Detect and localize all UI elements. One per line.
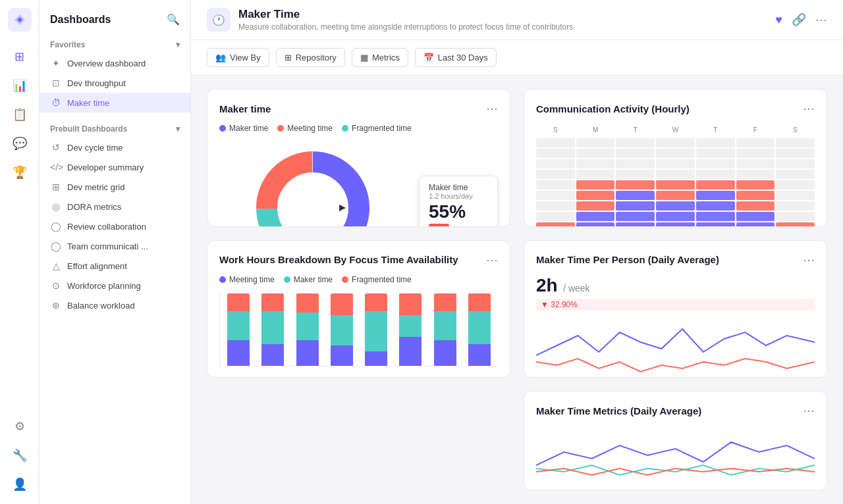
bar-stack: [434, 293, 456, 366]
bar-chart-legend: Meeting time Maker time Fragmented time: [219, 275, 498, 284]
more-options-button[interactable]: ⋯: [815, 13, 827, 27]
page-title: Maker Time: [238, 8, 573, 21]
heatmap-cell: [776, 191, 815, 200]
heatmap-cell: [736, 201, 775, 211]
effort-icon: △: [50, 261, 62, 271]
nav-reports-icon[interactable]: 📋: [8, 103, 32, 126]
view-by-icon: 👥: [215, 53, 226, 63]
bar-group: [292, 293, 323, 366]
sidebar-item-label: Overview dashboard: [67, 59, 146, 68]
sidebar-item-dev-throughput[interactable]: ⊡ Dev throughput: [40, 73, 190, 93]
nav-settings2-icon[interactable]: 🔧: [8, 443, 32, 467]
heatmap-cell: [536, 138, 575, 147]
dora-icon: ◎: [50, 201, 62, 212]
heatmap-cell: [616, 191, 655, 200]
heatmap-cell: [576, 159, 615, 168]
link-button[interactable]: 🔗: [792, 13, 806, 27]
heatmap-col-6: [776, 138, 815, 227]
sidebar-item-maker-time[interactable]: ⏱ Maker time: [40, 93, 190, 113]
maker-time-metrics-card: Maker Time Metrics (Daily Average) ⋯: [524, 391, 827, 491]
work-hours-title: Work Hours Breakdown By Focus Time Avail…: [219, 254, 458, 265]
work-hours-menu-button[interactable]: ⋯: [486, 253, 498, 267]
sidebar-item-dora[interactable]: ◎ DORA metrics: [40, 197, 190, 216]
overview-icon: ✦: [50, 58, 62, 68]
sidebar-item-effort[interactable]: △ Effort alignment: [40, 256, 190, 276]
nav-analytics-icon[interactable]: 📊: [8, 74, 32, 97]
date-range-label: Last 30 Days: [438, 53, 488, 63]
tooltip-pct: 55%: [429, 203, 488, 221]
bar-stack: [261, 293, 284, 366]
communication-activity-card: Communication Activity (Hourly) ⋯ S M T …: [524, 89, 827, 227]
heatmap-cell: [776, 180, 815, 189]
bar-group: [257, 293, 288, 366]
heatmap-cell: [616, 201, 655, 211]
bar-segment: [261, 344, 284, 366]
sidebar-item-balance[interactable]: ⊛ Balance workload: [40, 295, 190, 315]
heatmap-cell: [576, 212, 615, 221]
repository-filter[interactable]: ⊞ Repository: [276, 48, 345, 67]
bar-segment: [365, 293, 387, 312]
heatmap-col-3: [656, 138, 695, 227]
metrics-chart-area: [536, 426, 815, 478]
sidebar-item-developer-summary[interactable]: </> Developer summary: [40, 157, 190, 177]
sidebar-item-workforce[interactable]: ⊙ Workforce planning: [40, 276, 190, 295]
heatmap-cell: [776, 222, 815, 227]
nav-dashboards-icon[interactable]: ⊞: [8, 45, 32, 68]
bar-segment: [434, 340, 456, 366]
nav-messages-icon[interactable]: 💬: [8, 132, 32, 155]
heatmap-cell: [696, 180, 735, 189]
sidebar-item-review[interactable]: ◯ Review collaboration: [40, 216, 190, 236]
dev-metric-icon: ⊞: [50, 182, 62, 192]
nav-user-icon[interactable]: 👤: [8, 472, 32, 496]
metrics-filter[interactable]: ▦ Metrics: [352, 48, 408, 67]
sidebar-item-label: Balance workload: [67, 301, 135, 311]
header-left: 🕐 Maker Time Measure collaboration, meet…: [207, 8, 573, 32]
date-range-filter[interactable]: 📅 Last 30 Days: [415, 48, 497, 67]
search-icon[interactable]: 🔍: [167, 13, 180, 26]
prebuilt-section[interactable]: Prebuilt Dashboards ▾: [40, 120, 190, 138]
view-by-filter[interactable]: 👥 View By: [207, 48, 269, 67]
sidebar-item-dev-cycle[interactable]: ↺ Dev cycle time: [40, 138, 190, 157]
metrics-menu-button[interactable]: ⋯: [803, 403, 815, 418]
day-label-s1: S: [536, 126, 575, 136]
sidebar-item-team-comm[interactable]: ◯ Team communicati ...: [40, 236, 190, 256]
legend-meeting: Meeting time: [219, 275, 275, 284]
prebuilt-chevron-icon: ▾: [176, 124, 180, 134]
svg-marker-5: [339, 205, 346, 211]
sidebar-item-dev-metric[interactable]: ⊞ Dev metric grid: [40, 177, 190, 197]
legend-label-maker2: Maker time: [294, 275, 333, 284]
heatmap-col-0: [536, 138, 575, 227]
prebuilt-label: Prebuilt Dashboards: [50, 124, 127, 134]
heatmap-cell: [656, 180, 695, 189]
nav-settings-icon[interactable]: ⚙: [8, 415, 32, 438]
legend-dot-maker: [219, 125, 226, 132]
heatmap-cell: [736, 212, 775, 221]
bar-segment: [227, 293, 250, 312]
legend-maker: Maker time: [284, 275, 333, 284]
heatmap-cell: [696, 138, 735, 147]
legend-label-meeting2: Meeting time: [229, 275, 275, 284]
favorite-button[interactable]: ♥: [775, 13, 782, 27]
heatmap-cell: [656, 191, 695, 200]
bar-segment: [399, 315, 422, 337]
app-logo[interactable]: [8, 8, 32, 32]
legend-dot-meeting2: [219, 276, 226, 283]
metrics-label: Metrics: [372, 53, 400, 63]
maker-time-menu-button[interactable]: ⋯: [486, 101, 498, 116]
sidebar-item-overview[interactable]: ✦ Overview dashboard: [40, 53, 190, 73]
nav-tasks-icon[interactable]: 🏆: [8, 161, 32, 184]
comm-menu-button[interactable]: ⋯: [803, 101, 815, 116]
bar-segment: [331, 293, 353, 315]
per-person-menu-button[interactable]: ⋯: [803, 253, 815, 267]
header-icon: 🕐: [207, 8, 231, 32]
sidebar-item-label: Dev metric grid: [67, 182, 124, 192]
sidebar-item-label: Maker time: [67, 98, 109, 108]
heatmap-cell: [616, 212, 655, 221]
bar-stack: [331, 293, 353, 366]
heatmap-cell: [696, 159, 735, 168]
bar-stack: [227, 293, 250, 366]
calendar-icon: 📅: [423, 53, 434, 63]
favorites-section[interactable]: Favorites ▾: [40, 36, 190, 53]
bar-segment: [296, 340, 319, 366]
heatmap-cell: [696, 149, 735, 158]
